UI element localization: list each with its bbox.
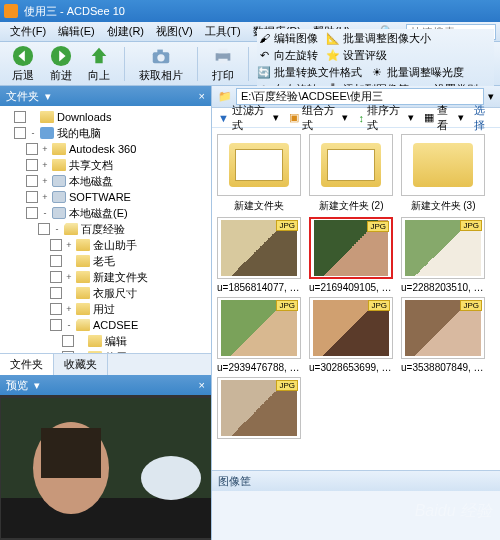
action-3[interactable]: ⭐设置评级 — [326, 48, 387, 63]
tree-node[interactable]: -我的电脑 — [2, 125, 209, 141]
checkbox[interactable] — [62, 335, 74, 347]
folder-icon — [64, 223, 78, 235]
tree-label: SOFTWARE — [69, 191, 131, 203]
tree-node[interactable]: -本地磁盘(E) — [2, 205, 209, 221]
menu-file[interactable]: 文件(F) — [4, 22, 52, 41]
tree-node[interactable]: +用过 — [2, 301, 209, 317]
close-icon[interactable]: × — [199, 379, 205, 391]
back-label: 后退 — [12, 68, 34, 83]
tree-node[interactable]: 老毛 — [2, 253, 209, 269]
expand-toggle[interactable]: + — [64, 304, 74, 314]
folder-icon — [413, 143, 473, 187]
action-1[interactable]: 📐批量调整图像大小 — [326, 31, 431, 46]
expand-toggle[interactable]: + — [64, 272, 74, 282]
thumbnail-image[interactable]: JPGu=2288203510, 117... — [400, 217, 486, 293]
tree-node[interactable]: +Autodesk 360 — [2, 141, 209, 157]
thumbnail-folder[interactable]: 新建文件夹 (3) — [400, 134, 486, 213]
close-icon[interactable]: × — [199, 90, 205, 102]
thumbnail-image[interactable]: JPGu=3538807849, 119... — [400, 297, 486, 373]
tree-label: 本地磁盘(E) — [69, 206, 128, 221]
checkbox[interactable] — [50, 287, 62, 299]
expand-toggle[interactable]: + — [40, 144, 50, 154]
expand-toggle[interactable]: - — [64, 320, 74, 330]
expand-toggle[interactable] — [64, 288, 74, 298]
checkbox[interactable] — [26, 175, 38, 187]
tree-node[interactable]: +新建文件夹 — [2, 269, 209, 285]
expand-toggle[interactable]: - — [52, 224, 62, 234]
expand-toggle[interactable] — [28, 112, 38, 122]
tab-folders[interactable]: 文件夹 — [0, 354, 54, 375]
tab-favorites[interactable]: 收藏夹 — [54, 354, 108, 375]
expand-toggle[interactable]: - — [40, 208, 50, 218]
checkbox[interactable] — [50, 271, 62, 283]
basket-title: 图像筐 — [218, 474, 251, 489]
tree-node[interactable]: +SOFTWARE — [2, 189, 209, 205]
menu-create[interactable]: 创建(R) — [101, 22, 150, 41]
action-2[interactable]: ↶向左旋转 — [257, 48, 318, 63]
checkbox[interactable] — [38, 223, 50, 235]
menu-tools[interactable]: 工具(T) — [199, 22, 247, 41]
thumb-caption: u=2169409105, 116... — [309, 282, 393, 293]
acquire-button[interactable]: 获取相片 — [133, 43, 189, 85]
expand-toggle[interactable]: + — [40, 160, 50, 170]
tree-node[interactable]: +本地磁盘 — [2, 173, 209, 189]
checkbox[interactable] — [14, 127, 26, 139]
checkbox[interactable] — [50, 319, 62, 331]
tree-label: 金山助手 — [93, 238, 137, 253]
window-title: 使用三 - ACDSee 10 — [24, 4, 125, 19]
folder-tree[interactable]: Downloads-我的电脑+Autodesk 360+共享文档+本地磁盘+SO… — [0, 106, 211, 353]
chevron-down-icon[interactable]: ▾ — [34, 379, 40, 392]
tree-node[interactable]: -ACDSEE — [2, 317, 209, 333]
checkbox[interactable] — [50, 239, 62, 251]
main-toolbar: 后退 前进 向上 获取相片 打印 🖌编辑图像📐批量调整图像大小↶向左旋转⭐设置评… — [0, 42, 500, 86]
thumbnail-folder[interactable]: 新建文件夹 (2) — [308, 134, 394, 213]
menu-edit[interactable]: 编辑(E) — [52, 22, 101, 41]
tree-node[interactable]: -百度经验 — [2, 221, 209, 237]
print-button[interactable]: 打印 — [206, 43, 240, 85]
action-4[interactable]: 🔄批量转换文件格式 — [257, 65, 362, 80]
tree-label: 百度经验 — [81, 222, 125, 237]
checkbox[interactable] — [14, 111, 26, 123]
chevron-down-icon[interactable]: ▾ — [488, 90, 494, 103]
tree-node[interactable]: 衣服尺寸 — [2, 285, 209, 301]
tree-label: 老毛 — [93, 254, 115, 269]
thumbnail-image[interactable]: JPGu=2939476788, 244... — [216, 297, 302, 373]
expand-toggle[interactable]: + — [64, 240, 74, 250]
thumbnail-folder[interactable]: 新建文件夹 — [216, 134, 302, 213]
thumbnail-image[interactable]: JPGu=2169409105, 116... — [308, 217, 394, 293]
left-pane: 文件夹 ▾ × Downloads-我的电脑+Autodesk 360+共享文档… — [0, 86, 212, 540]
tree-label: 共享文档 — [69, 158, 113, 173]
jpg-badge: JPG — [460, 300, 482, 311]
tree-node[interactable]: 编辑 — [2, 333, 209, 349]
forward-button[interactable]: 前进 — [44, 43, 78, 85]
back-button[interactable]: 后退 — [6, 43, 40, 85]
expand-toggle[interactable] — [64, 256, 74, 266]
checkbox[interactable] — [26, 159, 38, 171]
tree-node[interactable]: +共享文档 — [2, 157, 209, 173]
checkbox[interactable] — [26, 191, 38, 203]
basket-body[interactable] — [212, 491, 500, 540]
action-0[interactable]: 🖌编辑图像 — [257, 31, 318, 46]
thumbnail-image[interactable]: JPGu=3028653699, 349... — [308, 297, 394, 373]
checkbox[interactable] — [50, 303, 62, 315]
thumbnail-grid[interactable]: 新建文件夹新建文件夹 (2)新建文件夹 (3)JPGu=1856814077, … — [212, 128, 500, 470]
action-icon: ⭐ — [326, 48, 340, 62]
checkbox[interactable] — [26, 143, 38, 155]
expand-toggle[interactable]: + — [40, 176, 50, 186]
menu-view[interactable]: 视图(V) — [150, 22, 199, 41]
checkbox[interactable] — [26, 207, 38, 219]
tree-node[interactable]: Downloads — [2, 109, 209, 125]
chevron-down-icon[interactable]: ▾ — [45, 90, 51, 103]
tree-node[interactable]: +金山助手 — [2, 237, 209, 253]
thumbnail-image[interactable]: JPGu=1856814077, 24... — [216, 217, 302, 293]
up-button[interactable]: 向上 — [82, 43, 116, 85]
thumbnail-image[interactable]: JPG — [216, 377, 302, 442]
checkbox[interactable] — [50, 255, 62, 267]
tree-label: Autodesk 360 — [69, 143, 136, 155]
expand-toggle[interactable]: - — [28, 128, 38, 138]
expand-toggle[interactable] — [76, 336, 86, 346]
thumb-caption: 新建文件夹 (2) — [309, 199, 393, 213]
filter-icon: ▼ — [218, 112, 229, 124]
expand-toggle[interactable]: + — [40, 192, 50, 202]
action-5[interactable]: ☀批量调整曝光度 — [370, 65, 464, 80]
